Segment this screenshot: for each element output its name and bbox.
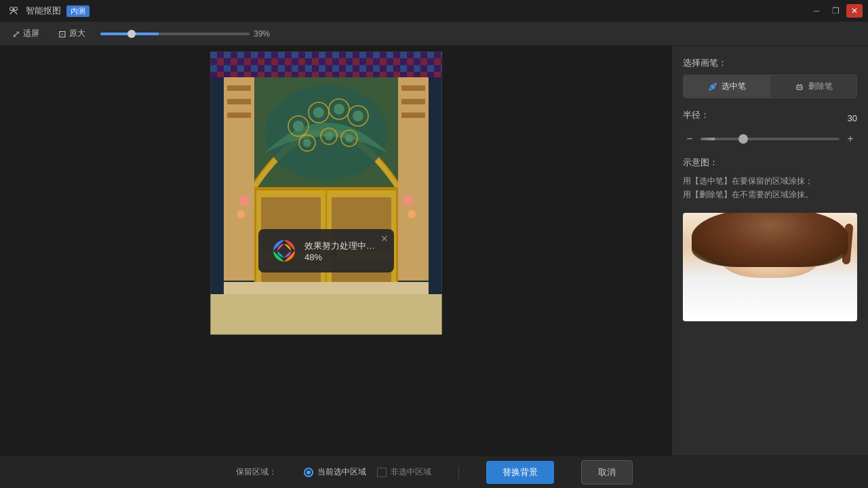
app-badge: 内测: [66, 5, 90, 17]
canvas-image-container: ✕ 效果努力处理中… 48%: [210, 46, 442, 455]
svg-point-22: [303, 139, 311, 147]
svg-rect-31: [227, 113, 251, 118]
svg-point-24: [325, 132, 333, 140]
svg-rect-32: [401, 85, 425, 91]
erase-brush-icon: [795, 82, 804, 92]
zoom-control: 39%: [100, 29, 304, 39]
restore-button[interactable]: ❐: [827, 4, 844, 18]
radius-minus-button[interactable]: −: [683, 132, 696, 146]
fit-screen-icon: ⤢: [12, 28, 20, 39]
svg-rect-29: [227, 85, 251, 91]
original-size-button[interactable]: ⊡ 原大: [54, 26, 90, 41]
zoom-percent: 39%: [254, 29, 277, 39]
fit-screen-button[interactable]: ⤢ 适屏: [8, 26, 43, 41]
app-name: 智能抠图: [26, 5, 61, 17]
preview-brush-mark: [842, 223, 853, 264]
radius-plus-button[interactable]: +: [844, 132, 857, 146]
window-controls: ─ ❐ ✕: [808, 4, 863, 18]
bottom-bar: 保留区域： 当前选中区域 非选中区域 替换背景 取消: [0, 455, 868, 488]
radius-header: 半径： 30: [683, 109, 857, 127]
keep-area-label: 保留区域：: [236, 466, 277, 478]
svg-point-51: [281, 247, 288, 254]
option-non-selection[interactable]: 非选中区域: [377, 466, 431, 478]
svg-rect-44: [224, 282, 429, 296]
option-current-label: 当前选中区域: [317, 466, 366, 478]
radio-group: 当前选中区域 非选中区域: [304, 466, 431, 478]
preview-container: [683, 213, 857, 321]
spinner-icon: [272, 239, 296, 263]
original-size-label: 原大: [69, 28, 85, 39]
radius-controls: − +: [683, 132, 857, 146]
separator: [458, 466, 459, 479]
processing-overlay: ✕ 效果努力处理中… 48%: [258, 229, 394, 272]
toolbar: ⤢ 适屏 ⊡ 原大 39%: [0, 22, 868, 46]
svg-rect-34: [401, 113, 425, 118]
hint-section: 示意图： 用【选中笔】在要保留的区域涂抹； 用【删除笔】在不需要的区域涂抹。: [683, 157, 857, 202]
fit-screen-label: 适屏: [23, 28, 39, 39]
svg-point-48: [237, 210, 245, 218]
close-button[interactable]: ✕: [846, 4, 863, 18]
processing-text: 效果努力处理中… 48%: [304, 240, 380, 262]
svg-point-26: [345, 134, 353, 142]
hint-title: 示意图：: [683, 157, 857, 169]
radius-section: 半径： 30 − +: [683, 109, 857, 146]
svg-point-47: [403, 195, 414, 206]
svg-rect-6: [210, 52, 442, 77]
select-brush-icon: [708, 82, 717, 92]
radio-dot-current: [304, 468, 313, 477]
svg-rect-45: [210, 294, 442, 335]
select-brush-label: 选中笔: [722, 81, 746, 92]
preview-image: [683, 213, 857, 321]
svg-point-52: [711, 85, 714, 88]
svg-point-16: [313, 107, 324, 118]
svg-point-46: [239, 195, 250, 206]
hint-line-1: 用【选中笔】在要保留的区域涂抹；: [683, 174, 857, 188]
minimize-button[interactable]: ─: [808, 4, 825, 18]
radius-title: 半径：: [683, 109, 709, 121]
svg-point-14: [293, 121, 304, 131]
hint-text: 用【选中笔】在要保留的区域涂抹； 用【删除笔】在不需要的区域涂抹。: [683, 174, 857, 202]
canvas-image: [210, 52, 442, 335]
erase-brush-label: 删除笔: [808, 81, 833, 92]
option-non-label: 非选中区域: [391, 466, 431, 478]
hint-line-2: 用【删除笔】在不需要的区域涂抹。: [683, 188, 857, 201]
svg-rect-27: [224, 77, 254, 281]
keep-area-text: 保留区域：: [236, 466, 277, 478]
processing-close-button[interactable]: ✕: [380, 233, 389, 244]
cancel-button[interactable]: 取消: [581, 460, 633, 485]
title-bar: 智能抠图 内测 ─ ❐ ✕: [0, 0, 868, 22]
brush-selector-section: 选择画笔： 选中笔 删除笔: [683, 57, 857, 98]
radius-slider[interactable]: [701, 138, 840, 140]
brush-title: 选择画笔：: [683, 57, 857, 69]
brush-selector: 选中笔 删除笔: [683, 75, 857, 98]
svg-rect-28: [398, 77, 429, 281]
canvas-area[interactable]: ✕ 效果努力处理中… 48%: [0, 46, 671, 455]
svg-rect-30: [227, 99, 251, 104]
erase-brush-button[interactable]: 删除笔: [770, 75, 856, 98]
original-size-icon: ⊡: [58, 28, 66, 39]
select-brush-button[interactable]: 选中笔: [684, 75, 770, 98]
option-current-selection[interactable]: 当前选中区域: [304, 466, 366, 478]
svg-point-20: [353, 110, 363, 121]
right-panel: 选择画笔： 选中笔 删除笔: [671, 46, 868, 455]
svg-rect-33: [401, 99, 425, 104]
main-area: ✕ 效果努力处理中… 48% 选择画笔：: [0, 46, 868, 455]
app-icon: [7, 4, 20, 18]
zoom-slider[interactable]: [100, 33, 250, 35]
checkbox-non-selection: [377, 468, 387, 477]
svg-point-49: [408, 210, 416, 218]
radius-value: 30: [848, 113, 857, 123]
svg-point-18: [334, 104, 344, 115]
replace-background-button[interactable]: 替换背景: [486, 461, 554, 484]
